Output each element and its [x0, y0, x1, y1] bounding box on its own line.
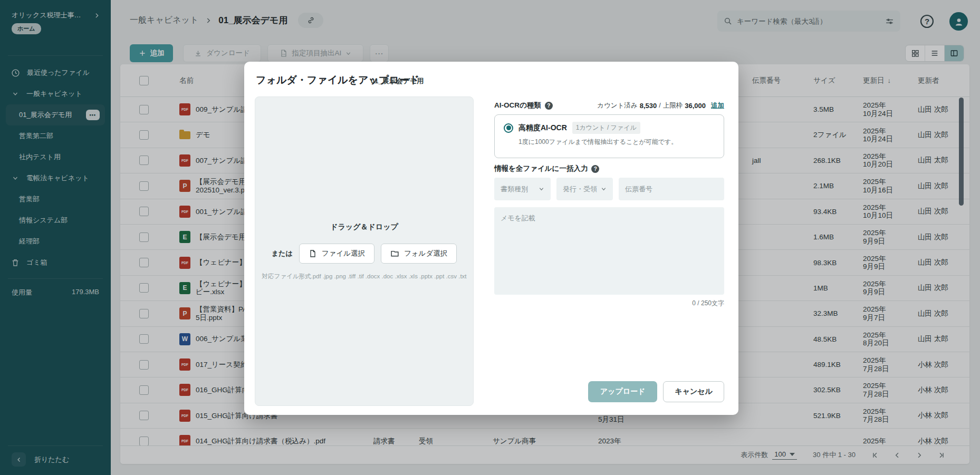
- ocr-option-card[interactable]: 高精度AI-OCR 1カウント / ファイル 1度に1000ファイルまで情報抽出…: [494, 114, 724, 158]
- upload-modal: フォルダ・ファイルをアップロード 01_展示会デモ用 ドラッグ＆ドロップ または…: [244, 62, 738, 415]
- ocr-section-title: AI-OCRの種類 ?: [494, 101, 553, 110]
- ocr-option-desc: 1度に1000ファイルまで情報抽出することが可能です。: [518, 138, 715, 147]
- add-count-link[interactable]: 追加: [711, 101, 724, 110]
- help-tooltip-icon[interactable]: ?: [591, 165, 599, 173]
- file-icon: [309, 249, 317, 258]
- modal-target-folder: 01_展示会デモ用: [371, 76, 424, 86]
- folder-icon: [390, 249, 399, 258]
- slip-no-input[interactable]: [619, 178, 724, 200]
- ocr-count-line: カウント済み8,530 / 上限枠36,000 追加: [597, 101, 724, 110]
- select-file-button[interactable]: ファイル選択: [299, 244, 374, 264]
- issue-select[interactable]: 発行・受領: [556, 178, 613, 200]
- radio-selected-icon[interactable]: [504, 123, 513, 133]
- upload-button[interactable]: アップロード: [588, 381, 658, 402]
- supported-formats: 対応ファイル形式.pdf .jpg .png .tiff .tif .docx …: [256, 273, 472, 280]
- dropzone[interactable]: ドラッグ＆ドロップ または ファイル選択 フォルダ選択 対応ファイル形式.pdf…: [255, 96, 474, 406]
- chevron-down-icon: [601, 186, 607, 192]
- ocr-option-label: 高精度AI-OCR: [518, 123, 567, 133]
- char-counter: 0 / 250文字: [692, 299, 724, 308]
- cancel-button[interactable]: キャンセル: [663, 381, 724, 402]
- counted-value: 8,530: [640, 102, 657, 110]
- bulk-section-title: 情報を全ファイルに一括入力 ?: [494, 164, 599, 173]
- dropzone-heading: ドラッグ＆ドロップ: [330, 222, 398, 232]
- chevron-down-icon: [539, 186, 544, 192]
- or-label: または: [272, 249, 293, 258]
- help-tooltip-icon[interactable]: ?: [545, 102, 553, 110]
- memo-textarea[interactable]: [494, 207, 724, 295]
- select-folder-button[interactable]: フォルダ選択: [381, 244, 457, 264]
- ocr-option-badge: 1カウント / ファイル: [572, 122, 640, 134]
- doc-type-select[interactable]: 書類種別: [494, 178, 551, 200]
- limit-value: 36,000: [685, 102, 706, 110]
- modal-right-panel: AI-OCRの種類 ? カウント済み8,530 / 上限枠36,000 追加 高…: [494, 62, 724, 415]
